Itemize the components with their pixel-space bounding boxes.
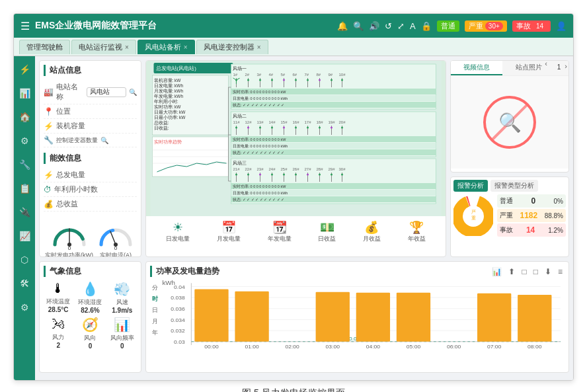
humidity-name: 环境湿度 bbox=[75, 298, 104, 307]
wind-force-value: 2 bbox=[44, 342, 73, 349]
sidebar-icon-plug[interactable]: 🔌 bbox=[17, 204, 33, 220]
station-name-input[interactable] bbox=[87, 87, 126, 97]
svg-point-123 bbox=[271, 174, 273, 176]
monthly-revenue-icon-item[interactable]: 💰 月收益 bbox=[363, 220, 381, 243]
svg-point-51 bbox=[295, 79, 297, 81]
daily-revenue-icon-item[interactable]: 💵 日收益 bbox=[318, 220, 336, 243]
tab-inverter[interactable]: 风电逆变控制器 × bbox=[196, 40, 268, 54]
hours-icon: ⏱ bbox=[44, 185, 52, 194]
bell-icon[interactable]: 🔔 bbox=[337, 21, 348, 31]
svg-text:风场二: 风场二 bbox=[233, 114, 247, 118]
temp-name: 环境温度 bbox=[44, 297, 73, 306]
time-btn-day[interactable]: 日 bbox=[151, 305, 159, 315]
wind-farm-svg: 总发电站(风电站) 装机容量: kW 日发电量: kWh 月发电量: kWh 年… bbox=[146, 61, 446, 216]
fault-tag: 事故 14 bbox=[512, 20, 551, 32]
tab-close-icon-3[interactable]: × bbox=[257, 44, 261, 51]
tab-close-icon[interactable]: × bbox=[125, 44, 129, 51]
tab-station-monitor[interactable]: 电站运行监视 × bbox=[71, 40, 136, 54]
svg-text:18#: 18# bbox=[317, 120, 324, 124]
location-icon: 📍 bbox=[44, 107, 54, 116]
sidebar-icon-chart[interactable]: 📊 bbox=[17, 85, 33, 101]
sidebar-icon-config[interactable]: ⚙ bbox=[18, 299, 32, 315]
time-btn-min[interactable]: 分 bbox=[151, 283, 159, 293]
fullscreen-icon[interactable]: ⤢ bbox=[397, 21, 405, 31]
sidebar-icon-tools[interactable]: 🔧 bbox=[17, 157, 33, 173]
sidebar-icon-list[interactable]: 📋 bbox=[17, 180, 33, 196]
station-name-row: 🏭 电站名称 🔍 bbox=[44, 80, 137, 104]
time-btn-month[interactable]: 月 bbox=[151, 317, 159, 327]
chart-down-icon[interactable]: ⬇ bbox=[543, 266, 553, 277]
svg-text:状态: ✓ ✓ ✓ ✓ ✓ ✓ ✓ ✓ ✓ ✓: 状态: ✓ ✓ ✓ ✓ ✓ ✓ ✓ ✓ ✓ ✓ bbox=[232, 103, 285, 107]
user-avatar[interactable]: 👤 bbox=[556, 21, 567, 31]
fault-badge: 14 bbox=[533, 22, 547, 30]
monthly-gen-icon-item[interactable]: 📅 月发电量 bbox=[217, 220, 241, 243]
chart-bar-icon[interactable]: 📊 bbox=[490, 266, 504, 277]
gauges-row: 0 实时发电功率(kW) 0 bbox=[44, 217, 137, 257]
sun-icon: ☀ bbox=[166, 220, 190, 235]
svg-text:日发电量: 0 0 0 0 0 0 0 0 0 0 kWh: 日发电量: 0 0 0 0 0 0 0 0 0 0 kWh bbox=[233, 144, 288, 148]
serious-pct: 88.8% bbox=[545, 212, 563, 219]
svg-point-125 bbox=[283, 174, 285, 176]
svg-text:11#: 11# bbox=[233, 120, 241, 124]
svg-text:06:00: 06:00 bbox=[447, 344, 461, 350]
weather-wind-speed: 💨 风速 1.9m/s bbox=[108, 281, 137, 314]
tab-wind-station[interactable]: 风电站备析 × bbox=[137, 40, 195, 54]
calendar-icon: 📅 bbox=[217, 220, 241, 235]
money-icon: 💵 bbox=[318, 220, 336, 235]
no-photo-icon: 🔍 bbox=[483, 96, 536, 149]
normal-pct: 0% bbox=[554, 198, 563, 205]
alert-tabs: 报警分析 报警类型分析 bbox=[453, 180, 566, 192]
svg-point-135 bbox=[341, 174, 343, 176]
tab-close-icon-2[interactable]: × bbox=[184, 44, 188, 51]
total-gen-icon: ⚡ bbox=[44, 171, 54, 180]
user-tag: 普通 bbox=[437, 20, 459, 32]
alert-tag: 严重 30+ bbox=[465, 20, 507, 32]
font-icon[interactable]: A bbox=[410, 21, 416, 31]
svg-text:日发电量: 0 0 0 0 0 0 0 0 0 0 kWh: 日发电量: 0 0 0 0 0 0 0 0 0 0 kWh bbox=[233, 97, 288, 100]
svg-point-95 bbox=[331, 127, 333, 129]
svg-text:状态: ✓ ✓ ✓ ✓ ✓ ✓ ✓ ✓ ✓ ✓: 状态: ✓ ✓ ✓ ✓ ✓ ✓ ✓ ✓ ✓ ✓ bbox=[232, 151, 285, 155]
refresh-icon[interactable]: ↺ bbox=[385, 21, 392, 31]
chart-menu-icon[interactable]: ≡ bbox=[556, 266, 565, 277]
sidebar-icon-trend[interactable]: 📈 bbox=[17, 228, 33, 244]
menu-icon[interactable]: ☰ bbox=[20, 20, 30, 32]
chart-controls: 📊 ⬆ □ □ ⬇ ≡ bbox=[490, 266, 565, 277]
power-gauge: 0 实时发电功率(kW) bbox=[45, 217, 93, 257]
chart-box2-icon[interactable]: □ bbox=[531, 266, 540, 277]
svg-text:24#: 24# bbox=[269, 167, 276, 171]
photo-nav-right[interactable]: › bbox=[563, 61, 568, 75]
search-icon[interactable]: 🔍 bbox=[353, 21, 364, 31]
weather-temp: 🌡 环境温度 28.5°C bbox=[44, 281, 73, 314]
sidebar-icon-hex[interactable]: ⬡ bbox=[18, 252, 31, 268]
sound-icon[interactable]: 🔊 bbox=[369, 21, 379, 31]
search-station-icon[interactable]: 🔍 bbox=[129, 89, 137, 96]
photo-nav-left[interactable]: ‹ bbox=[545, 60, 547, 67]
time-btn-year[interactable]: 年 bbox=[151, 328, 159, 338]
tab-alert-type[interactable]: 报警类型分析 bbox=[490, 180, 538, 192]
svg-text:0.036: 0.036 bbox=[171, 306, 185, 311]
time-btn-hour[interactable]: 时 bbox=[151, 294, 159, 304]
chart-up-icon[interactable]: ⬆ bbox=[506, 266, 517, 277]
sidebar-icon-power[interactable]: ⚡ bbox=[17, 61, 33, 77]
tab-management[interactable]: 管理驾驶舱 bbox=[19, 40, 70, 54]
chart-box1-icon[interactable]: □ bbox=[520, 266, 528, 277]
sidebar-icon-gear[interactable]: 🛠 bbox=[17, 276, 32, 292]
fault-count: 14 bbox=[526, 225, 535, 235]
yearly-revenue-icon-item[interactable]: 🏆 年收益 bbox=[408, 220, 426, 243]
lock-icon[interactable]: 🔒 bbox=[421, 21, 432, 31]
sidebar-icon-settings[interactable]: ⚙ bbox=[18, 133, 32, 149]
inverter-icon: 🔧 bbox=[44, 136, 54, 145]
tab-alert-analysis[interactable]: 报警分析 bbox=[453, 180, 488, 192]
svg-text:日最大功率: kW: 日最大功率: kW bbox=[154, 110, 186, 114]
tab-video-info[interactable]: 视频信息 bbox=[451, 61, 502, 75]
yearly-gen-icon-item[interactable]: 📆 年发电量 bbox=[268, 220, 292, 243]
svg-rect-167 bbox=[194, 290, 228, 342]
daily-gen-icon-item[interactable]: ☀ 日发电量 bbox=[166, 220, 190, 243]
search-inverter-icon[interactable]: 🔍 bbox=[100, 137, 108, 144]
sidebar-icon-home[interactable]: 🏠 bbox=[17, 109, 33, 125]
alert-serious-row: 严重 1182 88.8% bbox=[497, 209, 566, 222]
wind-speed-name: 风速 bbox=[108, 298, 137, 307]
svg-text:日收益:: 日收益: bbox=[154, 126, 169, 130]
left-panel: 站点信息 🏭 电站名称 🔍 📍 位置 ⚡ bbox=[39, 60, 141, 257]
humidity-icon: 💧 bbox=[75, 281, 104, 297]
